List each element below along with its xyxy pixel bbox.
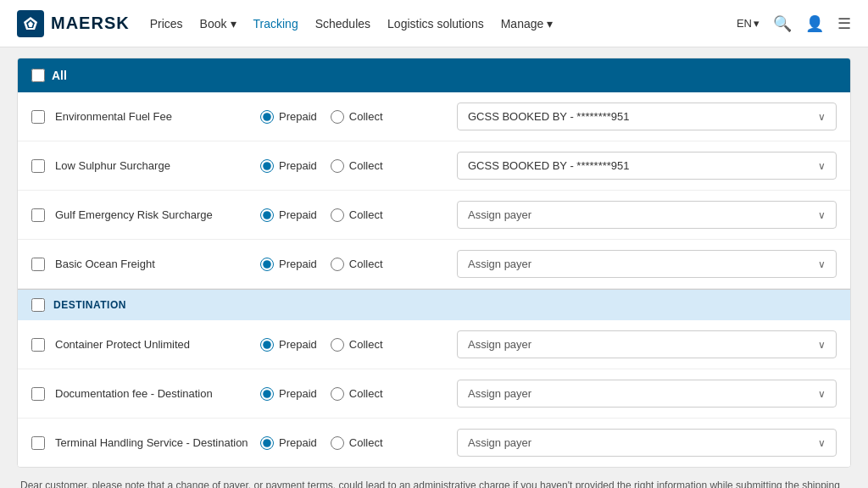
table-row: Terminal Handling Service - Destination …	[18, 419, 850, 467]
charge-name: Container Protect Unlimited	[55, 338, 250, 351]
collect-option[interactable]: Collect	[331, 208, 383, 222]
row-checkbox[interactable]	[31, 159, 45, 173]
charge-name: Documentation fee - Destination	[55, 387, 250, 400]
table-row: Low Sulphur Surcharge Prepaid Collect GC…	[18, 141, 850, 191]
row-checkbox[interactable]	[31, 436, 45, 450]
navbar: MAERSK Prices Book ▾ Tracking Schedules …	[0, 0, 868, 47]
payment-options: Prepaid Collect	[260, 387, 447, 401]
table-row: Environmental Fuel Fee Prepaid Collect G…	[18, 92, 850, 141]
row-checkbox[interactable]	[31, 258, 45, 271]
search-icon[interactable]: 🔍	[773, 14, 792, 33]
charge-name: Basic Ocean Freight	[55, 258, 250, 270]
nav-prices[interactable]: Prices	[150, 17, 183, 30]
payment-options: Prepaid Collect	[260, 110, 447, 124]
collect-option[interactable]: Collect	[331, 387, 383, 401]
prepaid-option[interactable]: Prepaid	[260, 258, 317, 271]
menu-icon[interactable]: ☰	[837, 14, 851, 33]
prepaid-option[interactable]: Prepaid	[260, 436, 317, 450]
payer-dropdown[interactable]: Assign payer ∨	[457, 201, 837, 229]
table-row: Container Protect Unlimited Prepaid Coll…	[18, 320, 850, 369]
chevron-down-icon: ▾	[547, 17, 553, 30]
chevron-down-icon: ▾	[231, 17, 236, 30]
prepaid-option[interactable]: Prepaid	[260, 338, 317, 352]
chevron-down-icon: ∨	[818, 388, 826, 400]
main-content: All Environmental Fuel Fee Prepaid Colle…	[0, 47, 868, 488]
nav-book[interactable]: Book ▾	[200, 17, 236, 30]
nav-logistics[interactable]: Logistics solutions	[387, 17, 484, 30]
prepaid-option[interactable]: Prepaid	[260, 159, 317, 173]
lang-selector[interactable]: EN ▾	[737, 17, 760, 30]
payment-options: Prepaid Collect	[260, 258, 447, 271]
nav-manage[interactable]: Manage ▾	[501, 17, 554, 30]
row-checkbox[interactable]	[31, 338, 45, 352]
charge-name: Low Sulphur Surcharge	[55, 159, 250, 172]
payer-dropdown[interactable]: Assign payer ∨	[457, 250, 837, 278]
chevron-down-icon: ∨	[818, 111, 826, 123]
nav-links: Prices Book ▾ Tracking Schedules Logisti…	[150, 17, 716, 30]
charge-table: All Environmental Fuel Fee Prepaid Colle…	[17, 58, 851, 468]
logo-icon	[17, 10, 44, 37]
collect-option[interactable]: Collect	[331, 110, 383, 124]
chevron-down-icon: ∨	[818, 209, 826, 221]
account-icon[interactable]: 👤	[805, 14, 824, 33]
collect-option[interactable]: Collect	[331, 436, 383, 450]
collect-option[interactable]: Collect	[331, 338, 383, 352]
chevron-down-icon: ∨	[818, 160, 826, 172]
table-row: Basic Ocean Freight Prepaid Collect Assi…	[18, 240, 850, 289]
row-checkbox[interactable]	[31, 110, 45, 124]
chevron-down-icon: ∨	[818, 258, 826, 270]
payment-options: Prepaid Collect	[260, 159, 447, 173]
logo-text: MAERSK	[51, 14, 130, 33]
chevron-down-icon: ∨	[818, 437, 826, 449]
logo[interactable]: MAERSK	[17, 10, 130, 37]
prepaid-option[interactable]: Prepaid	[260, 387, 317, 401]
payment-options: Prepaid Collect	[260, 436, 447, 450]
row-checkbox[interactable]	[31, 208, 45, 222]
payer-dropdown[interactable]: GCSS BOOKED BY - ********951 ∨	[457, 103, 837, 130]
destination-section-checkbox[interactable]	[31, 298, 45, 312]
collect-option[interactable]: Collect	[331, 258, 383, 271]
table-row: Gulf Emergency Risk Surcharge Prepaid Co…	[18, 191, 850, 240]
prepaid-option[interactable]: Prepaid	[260, 110, 317, 124]
charge-name: Terminal Handling Service - Destination	[55, 436, 250, 449]
charge-name: Environmental Fuel Fee	[55, 110, 250, 123]
chevron-down-icon: ∨	[818, 339, 826, 351]
all-checkbox[interactable]	[31, 69, 45, 82]
payer-dropdown[interactable]: Assign payer ∨	[457, 429, 837, 457]
charge-name: Gulf Emergency Risk Surcharge	[55, 208, 250, 221]
nav-schedules[interactable]: Schedules	[315, 17, 370, 30]
notice-text: Dear customer, please note that a change…	[17, 468, 851, 488]
nav-tracking[interactable]: Tracking	[253, 17, 298, 30]
nav-right: EN ▾ 🔍 👤 ☰	[737, 14, 851, 33]
row-checkbox[interactable]	[31, 387, 45, 401]
table-row: Documentation fee - Destination Prepaid …	[18, 369, 850, 419]
payment-options: Prepaid Collect	[260, 208, 447, 222]
prepaid-option[interactable]: Prepaid	[260, 208, 317, 222]
all-checkbox-label[interactable]: All	[31, 69, 67, 82]
destination-section-header: DESTINATION	[18, 289, 850, 320]
collect-option[interactable]: Collect	[331, 159, 383, 173]
payment-options: Prepaid Collect	[260, 338, 447, 352]
all-row: All	[18, 58, 850, 92]
payer-dropdown[interactable]: Assign payer ∨	[457, 330, 837, 358]
payer-dropdown[interactable]: Assign payer ∨	[457, 380, 837, 408]
chevron-down-icon: ▾	[754, 17, 760, 30]
payer-dropdown[interactable]: GCSS BOOKED BY - ********951 ∨	[457, 152, 837, 180]
